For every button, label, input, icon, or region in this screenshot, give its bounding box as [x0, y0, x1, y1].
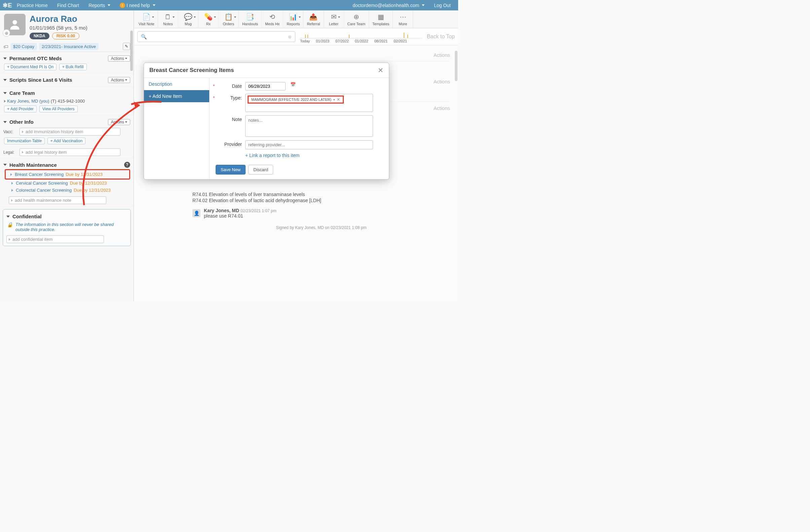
- section-otc-title: Permanent OTC Meds: [10, 55, 62, 61]
- row-actions[interactable]: Actions: [434, 52, 450, 58]
- scripts-actions-button[interactable]: Actions: [108, 77, 130, 83]
- hm-item-cervical[interactable]: Cervical Cancer Screening Due by 12/31/2…: [5, 180, 130, 187]
- date-input[interactable]: [245, 82, 286, 90]
- doctor-avatar-icon: 👤: [192, 209, 200, 217]
- timeline-date[interactable]: 02/2021: [393, 39, 407, 43]
- chevron-down-icon: [422, 4, 424, 6]
- note-textarea[interactable]: [245, 115, 373, 137]
- collapse-icon[interactable]: [3, 57, 7, 60]
- clear-icon[interactable]: ⊗: [288, 34, 292, 39]
- tool-meds-hx[interactable]: ⟲Meds Hx: [262, 11, 283, 28]
- timeline[interactable]: Today 01/2023 07/2022 01/2022 08/2021 02…: [300, 30, 422, 43]
- discard-button[interactable]: Discard: [248, 165, 273, 174]
- row-actions[interactable]: Actions: [434, 79, 450, 84]
- section-scripts-title: Scripts Since Last 6 Visits: [10, 77, 72, 83]
- screening-items-modal: Breast Cancer Screening Items ✕ Descript…: [144, 63, 389, 180]
- hm-item-colorectal[interactable]: Colorectal Cancer Screening Due by 12/31…: [5, 187, 130, 194]
- tool-reports[interactable]: 📊Reports: [283, 11, 304, 28]
- collapse-icon[interactable]: [3, 121, 7, 123]
- patient-dob: 01/01/1965 (58 yrs, 5 mo): [30, 25, 87, 31]
- patient-avatar[interactable]: ⊕: [4, 14, 26, 35]
- nav-find-chart[interactable]: Find Chart: [52, 3, 84, 8]
- provider-label: Provider: [224, 142, 242, 147]
- tab-description[interactable]: Description: [144, 78, 209, 90]
- other-actions-button[interactable]: Actions: [108, 119, 130, 125]
- collapse-icon[interactable]: [3, 164, 7, 166]
- doctor-message: please use R74.01: [204, 213, 276, 219]
- nav-practice-home[interactable]: Practice Home: [12, 3, 52, 8]
- copay-tag[interactable]: $20 Copay: [11, 43, 37, 50]
- nav-reports[interactable]: Reports: [84, 3, 115, 8]
- signed-by-line: Signed by Kary Jones, MD on 02/23/2021 1…: [192, 225, 450, 230]
- view-all-providers-button[interactable]: View All Providers: [39, 105, 78, 112]
- remove-chip-icon[interactable]: ✕: [337, 97, 340, 102]
- tool-handouts[interactable]: 📑Handouts: [239, 11, 262, 28]
- chevron-right-icon: [12, 189, 13, 192]
- close-icon[interactable]: ✕: [378, 66, 384, 74]
- tool-more[interactable]: ⋯More: [393, 11, 413, 28]
- risk-badge[interactable]: RISK 0.00: [52, 33, 79, 39]
- chart-search-input[interactable]: 🔍 ⊗: [137, 31, 295, 42]
- tool-msg[interactable]: 💬Msg: [178, 11, 198, 28]
- help-icon[interactable]: ?: [124, 162, 130, 168]
- tool-notes[interactable]: 🗒Notes: [158, 11, 178, 28]
- timeline-date[interactable]: 08/2021: [374, 39, 388, 43]
- doc-med-button[interactable]: + Document Med Pt Is On: [4, 64, 56, 70]
- tool-referral[interactable]: 📤Referral: [304, 11, 324, 28]
- section-confidential-title: Confidential: [13, 214, 42, 219]
- tool-orders[interactable]: 📋Orders: [218, 11, 239, 28]
- insurance-tag[interactable]: 2/23/2021- Insurance Active: [39, 43, 99, 50]
- legal-input[interactable]: add legal history item: [19, 148, 120, 156]
- add-vaccination-button[interactable]: + Add Vaccination: [47, 137, 86, 144]
- tool-care-team[interactable]: ⊕Care Team: [344, 11, 369, 28]
- section-hm-title: Health Maintenance: [10, 162, 57, 168]
- nkda-badge[interactable]: NKDA: [30, 33, 49, 39]
- row-actions[interactable]: Actions: [434, 105, 450, 111]
- nav-help[interactable]: !I need help: [115, 3, 160, 8]
- type-label: Type:: [230, 95, 242, 101]
- hm-note-input[interactable]: add health maintenance note: [9, 196, 106, 204]
- left-sidebar: ⊕ Aurora Rao 01/01/1965 (58 yrs, 5 mo) N…: [0, 11, 134, 301]
- add-provider-button[interactable]: + Add Provider: [4, 105, 37, 112]
- confidential-input[interactable]: add confidential item: [6, 235, 104, 243]
- timeline-today[interactable]: Today: [300, 39, 310, 43]
- tool-visit-note[interactable]: 📄Visit Note: [135, 11, 158, 28]
- lock-icon: 🔒: [7, 222, 13, 227]
- tool-letter[interactable]: ✉Letter: [324, 11, 344, 28]
- provider-input[interactable]: [245, 140, 373, 149]
- section-other-title: Other Info: [10, 119, 34, 125]
- scrollbar[interactable]: [130, 31, 133, 71]
- save-new-button[interactable]: Save New: [216, 165, 246, 174]
- type-input[interactable]: MAMMOGRAM (EFFECTIVE 2022 AND LATER)• ✕: [245, 94, 373, 112]
- link-report-link[interactable]: + Link a report to this item: [245, 153, 299, 158]
- edit-tags-button[interactable]: ✎: [123, 43, 130, 50]
- otc-actions-button[interactable]: Actions: [108, 55, 130, 62]
- vacc-label: Vacc:: [3, 130, 18, 134]
- timeline-date[interactable]: 01/2022: [355, 39, 368, 43]
- alert-icon: !: [120, 3, 125, 8]
- careteam-provider-link[interactable]: Kary Jones, MD (you): [7, 99, 49, 103]
- svg-point-0: [13, 20, 17, 24]
- timeline-date[interactable]: 07/2022: [335, 39, 349, 43]
- collapse-icon[interactable]: [6, 216, 10, 218]
- back-to-top-link[interactable]: Back to Top: [427, 34, 455, 40]
- tool-templates[interactable]: ▦Templates: [369, 11, 393, 28]
- globe-icon: ⊕: [3, 29, 10, 37]
- date-label: Date: [232, 83, 242, 89]
- bulk-refill-button[interactable]: + Bulk Refill: [59, 64, 87, 70]
- nav-user-menu[interactable]: doctordemo@elationhealth.com: [348, 3, 429, 8]
- chevron-right-icon: [11, 173, 12, 176]
- timeline-date[interactable]: 01/2023: [316, 39, 329, 43]
- tab-add-new-item[interactable]: + Add New Item: [144, 90, 209, 102]
- collapse-icon[interactable]: [3, 79, 7, 81]
- hm-item-breast[interactable]: Breast Cancer Screening Due by 12/31/202…: [7, 171, 128, 178]
- tool-rx[interactable]: 💊Rx: [198, 11, 218, 28]
- app-logo: ✻E: [3, 1, 12, 10]
- scrollbar[interactable]: [455, 51, 457, 81]
- calendar-icon[interactable]: 📅: [290, 82, 296, 87]
- collapse-icon[interactable]: [3, 92, 7, 94]
- immunization-table-button[interactable]: Immunization Table: [4, 137, 45, 144]
- nav-logout[interactable]: Log Out: [429, 3, 455, 8]
- vacc-input[interactable]: add immunization history item: [19, 128, 120, 135]
- patient-name[interactable]: Aurora Rao: [30, 14, 87, 24]
